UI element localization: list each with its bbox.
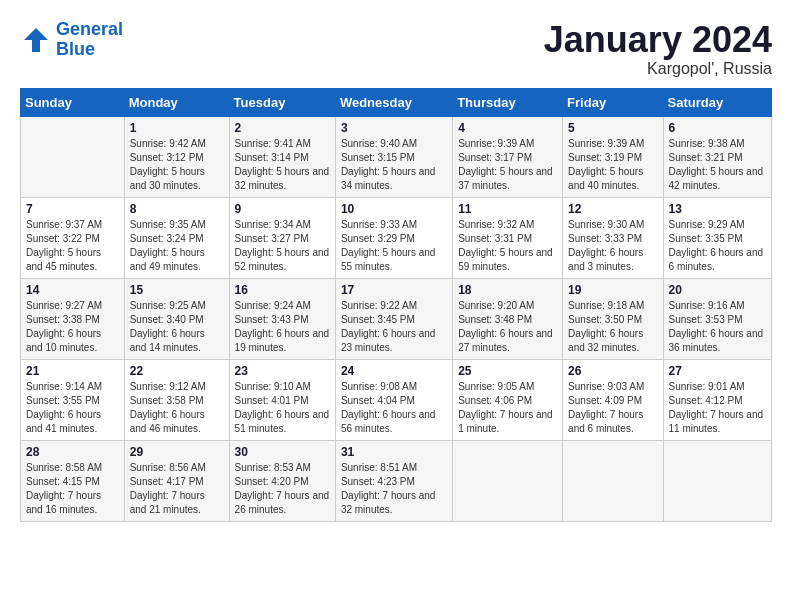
page-header: General Blue January 2024 Kargopol', Rus… — [20, 20, 772, 78]
day-info: Sunrise: 9:08 AMSunset: 4:04 PMDaylight:… — [341, 380, 447, 436]
day-info: Sunrise: 9:24 AMSunset: 3:43 PMDaylight:… — [235, 299, 330, 355]
header-day-friday: Friday — [563, 88, 663, 116]
day-cell: 31Sunrise: 8:51 AMSunset: 4:23 PMDayligh… — [335, 440, 452, 521]
day-cell: 17Sunrise: 9:22 AMSunset: 3:45 PMDayligh… — [335, 278, 452, 359]
day-info: Sunrise: 8:51 AMSunset: 4:23 PMDaylight:… — [341, 461, 447, 517]
day-info: Sunrise: 9:30 AMSunset: 3:33 PMDaylight:… — [568, 218, 657, 274]
week-row-1: 7Sunrise: 9:37 AMSunset: 3:22 PMDaylight… — [21, 197, 772, 278]
logo-line1: General — [56, 19, 123, 39]
header-day-wednesday: Wednesday — [335, 88, 452, 116]
day-number: 23 — [235, 364, 330, 378]
day-cell: 24Sunrise: 9:08 AMSunset: 4:04 PMDayligh… — [335, 359, 452, 440]
day-number: 12 — [568, 202, 657, 216]
day-info: Sunrise: 9:22 AMSunset: 3:45 PMDaylight:… — [341, 299, 447, 355]
day-cell: 8Sunrise: 9:35 AMSunset: 3:24 PMDaylight… — [124, 197, 229, 278]
day-cell: 5Sunrise: 9:39 AMSunset: 3:19 PMDaylight… — [563, 116, 663, 197]
day-number: 8 — [130, 202, 224, 216]
day-number: 11 — [458, 202, 557, 216]
week-row-2: 14Sunrise: 9:27 AMSunset: 3:38 PMDayligh… — [21, 278, 772, 359]
day-info: Sunrise: 9:18 AMSunset: 3:50 PMDaylight:… — [568, 299, 657, 355]
logo-line2: Blue — [56, 39, 95, 59]
calendar-table: SundayMondayTuesdayWednesdayThursdayFrid… — [20, 88, 772, 522]
day-info: Sunrise: 9:27 AMSunset: 3:38 PMDaylight:… — [26, 299, 119, 355]
day-number: 1 — [130, 121, 224, 135]
title-block: January 2024 Kargopol', Russia — [544, 20, 772, 78]
day-number: 15 — [130, 283, 224, 297]
day-number: 2 — [235, 121, 330, 135]
day-info: Sunrise: 9:25 AMSunset: 3:40 PMDaylight:… — [130, 299, 224, 355]
day-info: Sunrise: 8:53 AMSunset: 4:20 PMDaylight:… — [235, 461, 330, 517]
day-info: Sunrise: 9:12 AMSunset: 3:58 PMDaylight:… — [130, 380, 224, 436]
day-info: Sunrise: 9:10 AMSunset: 4:01 PMDaylight:… — [235, 380, 330, 436]
logo: General Blue — [20, 20, 123, 60]
day-number: 17 — [341, 283, 447, 297]
day-cell: 29Sunrise: 8:56 AMSunset: 4:17 PMDayligh… — [124, 440, 229, 521]
logo-icon — [20, 24, 52, 56]
day-number: 26 — [568, 364, 657, 378]
day-info: Sunrise: 9:35 AMSunset: 3:24 PMDaylight:… — [130, 218, 224, 274]
header-day-saturday: Saturday — [663, 88, 771, 116]
calendar-body: 1Sunrise: 9:42 AMSunset: 3:12 PMDaylight… — [21, 116, 772, 521]
day-cell: 11Sunrise: 9:32 AMSunset: 3:31 PMDayligh… — [453, 197, 563, 278]
day-number: 31 — [341, 445, 447, 459]
day-info: Sunrise: 9:39 AMSunset: 3:17 PMDaylight:… — [458, 137, 557, 193]
day-info: Sunrise: 8:56 AMSunset: 4:17 PMDaylight:… — [130, 461, 224, 517]
week-row-0: 1Sunrise: 9:42 AMSunset: 3:12 PMDaylight… — [21, 116, 772, 197]
day-number: 10 — [341, 202, 447, 216]
header-day-sunday: Sunday — [21, 88, 125, 116]
day-number: 16 — [235, 283, 330, 297]
day-number: 19 — [568, 283, 657, 297]
day-cell — [663, 440, 771, 521]
day-number: 13 — [669, 202, 766, 216]
day-cell: 6Sunrise: 9:38 AMSunset: 3:21 PMDaylight… — [663, 116, 771, 197]
day-number: 30 — [235, 445, 330, 459]
day-info: Sunrise: 8:58 AMSunset: 4:15 PMDaylight:… — [26, 461, 119, 517]
day-info: Sunrise: 9:34 AMSunset: 3:27 PMDaylight:… — [235, 218, 330, 274]
day-cell: 1Sunrise: 9:42 AMSunset: 3:12 PMDaylight… — [124, 116, 229, 197]
svg-marker-0 — [24, 28, 48, 52]
day-number: 25 — [458, 364, 557, 378]
day-cell — [21, 116, 125, 197]
day-cell: 19Sunrise: 9:18 AMSunset: 3:50 PMDayligh… — [563, 278, 663, 359]
day-cell: 16Sunrise: 9:24 AMSunset: 3:43 PMDayligh… — [229, 278, 335, 359]
day-cell: 4Sunrise: 9:39 AMSunset: 3:17 PMDaylight… — [453, 116, 563, 197]
day-number: 27 — [669, 364, 766, 378]
day-cell: 23Sunrise: 9:10 AMSunset: 4:01 PMDayligh… — [229, 359, 335, 440]
header-row: SundayMondayTuesdayWednesdayThursdayFrid… — [21, 88, 772, 116]
day-cell — [563, 440, 663, 521]
day-info: Sunrise: 9:29 AMSunset: 3:35 PMDaylight:… — [669, 218, 766, 274]
day-info: Sunrise: 9:37 AMSunset: 3:22 PMDaylight:… — [26, 218, 119, 274]
day-number: 7 — [26, 202, 119, 216]
day-cell: 21Sunrise: 9:14 AMSunset: 3:55 PMDayligh… — [21, 359, 125, 440]
day-cell: 7Sunrise: 9:37 AMSunset: 3:22 PMDaylight… — [21, 197, 125, 278]
day-number: 5 — [568, 121, 657, 135]
day-cell: 3Sunrise: 9:40 AMSunset: 3:15 PMDaylight… — [335, 116, 452, 197]
day-cell — [453, 440, 563, 521]
day-cell: 20Sunrise: 9:16 AMSunset: 3:53 PMDayligh… — [663, 278, 771, 359]
day-number: 14 — [26, 283, 119, 297]
day-info: Sunrise: 9:42 AMSunset: 3:12 PMDaylight:… — [130, 137, 224, 193]
day-cell: 10Sunrise: 9:33 AMSunset: 3:29 PMDayligh… — [335, 197, 452, 278]
day-cell: 12Sunrise: 9:30 AMSunset: 3:33 PMDayligh… — [563, 197, 663, 278]
week-row-3: 21Sunrise: 9:14 AMSunset: 3:55 PMDayligh… — [21, 359, 772, 440]
day-number: 21 — [26, 364, 119, 378]
day-info: Sunrise: 9:03 AMSunset: 4:09 PMDaylight:… — [568, 380, 657, 436]
day-info: Sunrise: 9:16 AMSunset: 3:53 PMDaylight:… — [669, 299, 766, 355]
day-info: Sunrise: 9:14 AMSunset: 3:55 PMDaylight:… — [26, 380, 119, 436]
day-number: 6 — [669, 121, 766, 135]
day-cell: 13Sunrise: 9:29 AMSunset: 3:35 PMDayligh… — [663, 197, 771, 278]
logo-text: General Blue — [56, 20, 123, 60]
day-info: Sunrise: 9:01 AMSunset: 4:12 PMDaylight:… — [669, 380, 766, 436]
day-info: Sunrise: 9:05 AMSunset: 4:06 PMDaylight:… — [458, 380, 557, 436]
day-number: 9 — [235, 202, 330, 216]
day-cell: 14Sunrise: 9:27 AMSunset: 3:38 PMDayligh… — [21, 278, 125, 359]
day-cell: 9Sunrise: 9:34 AMSunset: 3:27 PMDaylight… — [229, 197, 335, 278]
header-day-thursday: Thursday — [453, 88, 563, 116]
week-row-4: 28Sunrise: 8:58 AMSunset: 4:15 PMDayligh… — [21, 440, 772, 521]
day-cell: 28Sunrise: 8:58 AMSunset: 4:15 PMDayligh… — [21, 440, 125, 521]
day-cell: 22Sunrise: 9:12 AMSunset: 3:58 PMDayligh… — [124, 359, 229, 440]
day-number: 22 — [130, 364, 224, 378]
day-info: Sunrise: 9:39 AMSunset: 3:19 PMDaylight:… — [568, 137, 657, 193]
day-info: Sunrise: 9:40 AMSunset: 3:15 PMDaylight:… — [341, 137, 447, 193]
day-cell: 25Sunrise: 9:05 AMSunset: 4:06 PMDayligh… — [453, 359, 563, 440]
